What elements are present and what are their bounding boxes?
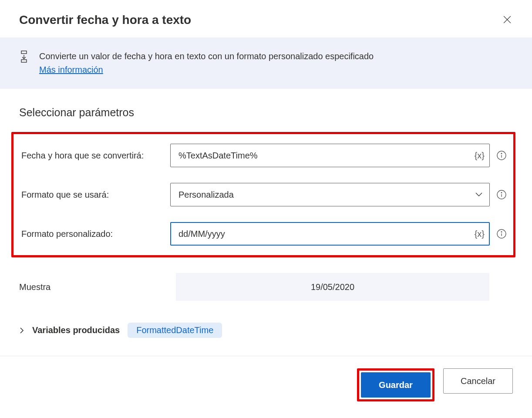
info-icon[interactable] (496, 150, 507, 161)
sample-value: 19/05/2020 (176, 273, 489, 301)
row-format: Formato que se usará: Personalizada (13, 183, 513, 206)
variables-produced-label: Variables producidas (32, 325, 120, 335)
datetime-input[interactable] (170, 144, 490, 167)
label-sample: Muestra (19, 282, 170, 292)
dialog-title: Convertir fecha y hora a texto (19, 13, 191, 27)
section-title: Seleccionar parámetros (19, 106, 513, 119)
input-wrap-datetime: {x} (170, 144, 490, 167)
save-button[interactable]: Guardar (361, 372, 431, 398)
more-info-link[interactable]: Más información (39, 65, 103, 74)
variables-produced-row[interactable]: Variables producidas FormattedDateTime (19, 323, 513, 338)
highlighted-parameters: Fecha y hora que se convertirá: {x} Form… (11, 132, 515, 257)
svg-point-13 (501, 232, 502, 233)
dialog-convert-datetime: Convertir fecha y hora a texto Convierte… (0, 0, 532, 418)
save-button-highlight: Guardar (357, 368, 434, 401)
custom-format-input[interactable] (170, 222, 490, 246)
info-icon[interactable] (496, 189, 507, 200)
label-datetime: Fecha y hora que se convertirá: (21, 151, 164, 161)
dialog-header: Convertir fecha y hora a texto (0, 0, 532, 37)
format-select[interactable]: Personalizada (170, 183, 490, 206)
close-button[interactable] (502, 14, 513, 27)
svg-rect-4 (21, 60, 27, 62)
close-icon (503, 16, 511, 25)
info-banner: Convierte un valor de fecha y hora en te… (0, 37, 532, 89)
label-format: Formato que se usará: (21, 190, 164, 200)
row-datetime: Fecha y hora que se convertirá: {x} (13, 144, 513, 167)
chevron-right-icon (19, 327, 24, 334)
row-custom-format: Formato personalizado: {x} (13, 222, 513, 246)
output-variable-pill[interactable]: FormattedDateTime (128, 323, 222, 338)
input-wrap-custom-format: {x} (170, 222, 490, 246)
variable-picker-icon[interactable]: {x} (475, 229, 485, 239)
info-text-block: Convierte un valor de fecha y hora en te… (39, 50, 374, 77)
svg-point-10 (501, 192, 502, 193)
info-description: Convierte un valor de fecha y hora en te… (39, 51, 374, 61)
select-wrap-format: Personalizada (170, 183, 490, 206)
format-select-value: Personalizada (178, 190, 234, 200)
dialog-content: Seleccionar parámetros Fecha y hora que … (0, 89, 532, 356)
svg-point-7 (501, 153, 502, 154)
dialog-footer: Guardar Cancelar (0, 356, 532, 418)
row-sample: Muestra 19/05/2020 (19, 273, 513, 301)
variable-picker-icon[interactable]: {x} (475, 151, 485, 161)
info-icon[interactable] (496, 228, 507, 239)
action-icon (19, 50, 29, 64)
label-custom-format: Formato personalizado: (21, 229, 164, 239)
svg-rect-2 (21, 51, 27, 54)
cancel-button[interactable]: Cancelar (443, 368, 513, 394)
